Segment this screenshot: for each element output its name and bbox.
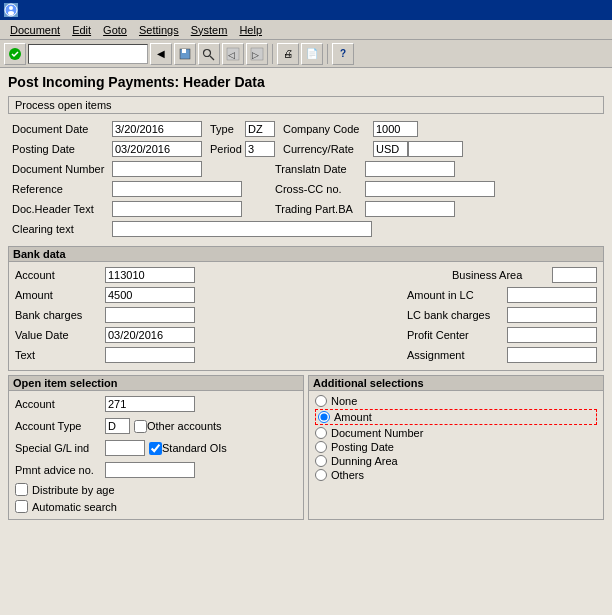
ois-pmnt-advice-row: Pmnt advice no. [15,461,297,479]
distribute-by-age-checkbox[interactable] [15,483,28,496]
additional-selections-body: None Amount Document Number Posting Date [309,391,603,485]
find-button[interactable] [198,43,220,65]
svg-text:◁: ◁ [228,50,235,60]
posting-date-label: Posting Date [12,143,112,155]
open-item-selection-section: Open item selection Account Account Type… [8,375,304,520]
bank-charges-input[interactable] [105,307,195,323]
radio-postingdate-row: Posting Date [315,441,597,453]
radio-others-label: Others [331,469,364,481]
bank-row-4: Value Date Profit Center [15,326,597,344]
find-prev-button[interactable]: ◁ [222,43,244,65]
ois-account-input[interactable] [105,396,195,412]
header-row-3: Document Number Translatn Date [12,160,600,178]
menu-edit[interactable]: Edit [66,24,97,36]
lc-bank-charges-input[interactable] [507,307,597,323]
rate-input[interactable] [408,141,463,157]
header-row-2: Posting Date Period Currency/Rate [12,140,600,158]
value-date-input[interactable] [105,327,195,343]
menu-bar: Document Edit Goto Settings System Help [0,20,612,40]
radio-dunningarea[interactable] [315,455,327,467]
process-open-items-label: Process open items [15,99,112,111]
profit-center-label: Profit Center [407,329,507,341]
menu-settings[interactable]: Settings [133,24,185,36]
cross-cc-input[interactable] [365,181,495,197]
radio-others[interactable] [315,469,327,481]
distribute-by-age-label: Distribute by age [32,484,115,496]
save-button[interactable] [174,43,196,65]
type-input[interactable] [245,121,275,137]
confirm-button[interactable] [4,43,26,65]
bank-text-input[interactable] [105,347,195,363]
doc-date-input[interactable] [112,121,202,137]
standard-ois-label: Standard OIs [162,442,227,454]
menu-document[interactable]: Document [4,24,66,36]
pmnt-advice-input[interactable] [105,462,195,478]
radio-dunningarea-row: Dunning Area [315,455,597,467]
amount-input[interactable] [105,287,195,303]
company-code-input[interactable] [373,121,418,137]
app-icon [4,3,18,17]
find-next-button[interactable]: ▷ [246,43,268,65]
value-date-label: Value Date [15,329,105,341]
business-area-input[interactable] [552,267,597,283]
page-title: Post Incoming Payments: Header Data [8,74,604,90]
menu-system[interactable]: System [185,24,234,36]
help-button[interactable]: ? [332,43,354,65]
bank-account-label: Account [15,269,105,281]
posting-date-input[interactable] [112,141,202,157]
bank-row-3: Bank charges LC bank charges [15,306,597,324]
bank-account-input[interactable] [105,267,195,283]
radio-none[interactable] [315,395,327,407]
other-accounts-checkbox[interactable] [134,420,147,433]
reference-input[interactable] [112,181,242,197]
radio-amount-row: Amount [315,409,597,425]
amount-lc-input[interactable] [507,287,597,303]
lc-bank-charges-label: LC bank charges [407,309,507,321]
distribute-by-age-row: Distribute by age [15,483,297,496]
ois-account-type-input[interactable] [105,418,130,434]
profit-center-input[interactable] [507,327,597,343]
automatic-search-checkbox[interactable] [15,500,28,513]
additional-selections-section: Additional selections None Amount Docume… [308,375,604,520]
svg-point-6 [204,49,211,56]
period-input[interactable] [245,141,275,157]
print-preview-button[interactable]: 📄 [301,43,323,65]
bottom-panels: Open item selection Account Account Type… [8,375,604,524]
command-input[interactable] [28,44,148,64]
bank-data-header: Bank data [9,247,603,262]
bank-text-label: Text [15,349,105,361]
ois-account-label: Account [15,398,105,410]
menu-help[interactable]: Help [233,24,268,36]
doc-header-text-input[interactable] [112,201,242,217]
radio-postingdate[interactable] [315,441,327,453]
translation-date-input[interactable] [365,161,455,177]
standard-ois-checkbox[interactable] [149,442,162,455]
clearing-text-input[interactable] [112,221,372,237]
assignment-label: Assignment [407,349,507,361]
header-row-1: Document Date Type Company Code [12,120,600,138]
special-gl-ind-input[interactable] [105,440,145,456]
svg-point-2 [8,11,14,15]
amount-label: Amount [15,289,105,301]
currency-input[interactable] [373,141,408,157]
menu-goto[interactable]: Goto [97,24,133,36]
currency-rate-label: Currency/Rate [283,143,373,155]
radio-docnumber-label: Document Number [331,427,423,439]
doc-header-text-label: Doc.Header Text [12,203,112,215]
print-button[interactable]: 🖨 [277,43,299,65]
nav-back-button[interactable]: ◀ [150,43,172,65]
doc-number-label: Document Number [12,163,112,175]
trading-part-ba-label: Trading Part.BA [275,203,365,215]
doc-number-input[interactable] [112,161,202,177]
cross-cc-label: Cross-CC no. [275,183,365,195]
ois-account-row: Account [15,395,297,413]
company-code-label: Company Code [283,123,373,135]
clearing-text-label: Clearing text [12,223,112,235]
radio-docnumber-row: Document Number [315,427,597,439]
trading-part-ba-input[interactable] [365,201,455,217]
toolbar: ◀ ◁ ▷ 🖨 📄 ? [0,40,612,68]
radio-docnumber[interactable] [315,427,327,439]
radio-amount[interactable] [318,411,330,423]
pmnt-advice-label: Pmnt advice no. [15,464,105,476]
assignment-input[interactable] [507,347,597,363]
